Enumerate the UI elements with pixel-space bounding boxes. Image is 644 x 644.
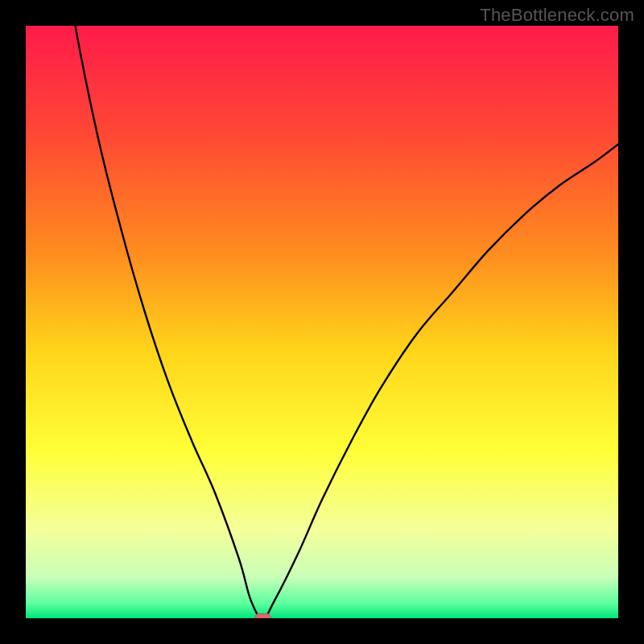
chart-frame: TheBottleneck.com [0, 0, 644, 644]
bottleneck-chart [26, 26, 618, 618]
optimum-marker [254, 614, 270, 619]
gradient-background [26, 26, 618, 618]
plot-area [26, 26, 618, 618]
watermark-text: TheBottleneck.com [480, 5, 634, 26]
